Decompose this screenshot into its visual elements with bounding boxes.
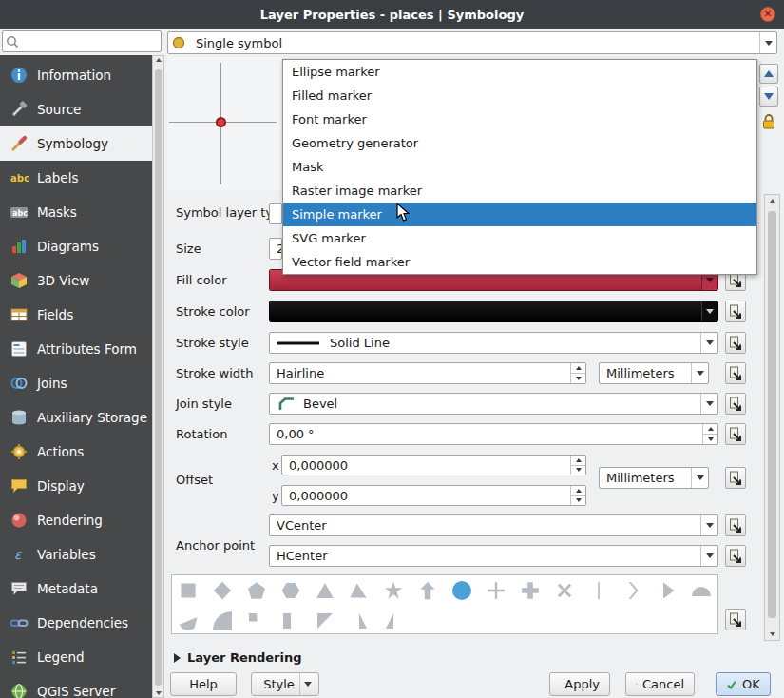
data-defined-override-button[interactable] bbox=[725, 393, 746, 415]
data-defined-override-button[interactable] bbox=[725, 467, 746, 489]
scroll-down-icon[interactable] bbox=[153, 691, 163, 695]
shape-arrow[interactable] bbox=[418, 581, 437, 600]
sidebar-item-masks[interactable]: abc Masks bbox=[0, 195, 152, 229]
sidebar-item-rendering[interactable]: Rendering bbox=[0, 503, 152, 537]
style-menu-arrow[interactable] bbox=[299, 673, 316, 695]
data-defined-override-button[interactable] bbox=[725, 362, 746, 384]
data-defined-override-button[interactable] bbox=[725, 301, 746, 322]
dropdown-item-raster-image-marker[interactable]: Raster image marker bbox=[283, 179, 756, 203]
shape-cross[interactable] bbox=[487, 581, 506, 600]
scroll-up-icon[interactable] bbox=[765, 199, 779, 203]
sidebar-item-source[interactable]: Source bbox=[0, 92, 152, 126]
apply-button[interactable]: Apply bbox=[549, 672, 610, 696]
style-button[interactable]: Style bbox=[251, 672, 319, 696]
join-style-combo[interactable]: Bevel bbox=[269, 393, 718, 415]
dropdown-item-mask[interactable]: Mask bbox=[283, 155, 756, 179]
spin-up-button[interactable] bbox=[703, 424, 717, 434]
data-defined-override-button[interactable] bbox=[725, 514, 746, 536]
offset-x-spin-buttons[interactable] bbox=[570, 456, 585, 475]
renderer-combo[interactable]: Single symbol bbox=[167, 31, 777, 54]
close-button[interactable]: ✕ bbox=[760, 7, 775, 22]
dropdown-item-vector-field-marker[interactable]: Vector field marker bbox=[283, 250, 756, 274]
collapse-arrow-icon[interactable] bbox=[174, 653, 181, 663]
dropdown-item-simple-marker[interactable]: Simple marker bbox=[283, 203, 756, 226]
stroke-width-unit-combo[interactable]: Millimeters bbox=[599, 362, 709, 384]
shape-cross-fill[interactable] bbox=[521, 581, 540, 600]
sidebar-item-metadata[interactable]: Metadata bbox=[0, 572, 152, 606]
sidebar-item-joins[interactable]: Joins bbox=[0, 366, 152, 400]
sidebar-item-display[interactable]: Display bbox=[0, 469, 152, 503]
shape-half-square[interactable] bbox=[281, 611, 300, 630]
properties-search-box[interactable] bbox=[2, 30, 162, 52]
offset-x-spinbox[interactable]: 0,000000 bbox=[281, 455, 586, 475]
shape-circle-selected[interactable] bbox=[452, 581, 471, 600]
spin-up-button[interactable] bbox=[571, 486, 585, 495]
shape-cross2[interactable] bbox=[555, 581, 574, 600]
layer-rendering-section[interactable]: Layer Rendering bbox=[187, 650, 302, 665]
main-scrollbar[interactable] bbox=[764, 194, 780, 641]
lock-icon[interactable] bbox=[760, 113, 777, 130]
shape-left-half-triangle[interactable] bbox=[384, 611, 403, 630]
search-input[interactable] bbox=[22, 33, 161, 49]
sidebar-item-legend[interactable]: Legend bbox=[0, 640, 152, 674]
offset-y-spin-buttons[interactable] bbox=[570, 486, 585, 505]
rotation-spinbox[interactable]: 0,00 ° bbox=[269, 423, 718, 445]
move-layer-up-button[interactable] bbox=[759, 64, 778, 84]
sidebar-item-auxiliary-storage[interactable]: Auxiliary Storage bbox=[0, 400, 152, 435]
dropdown-item-geometry-generator[interactable]: Geometry generator bbox=[283, 131, 756, 155]
shape-diamond[interactable] bbox=[213, 581, 232, 600]
anchor-vertical-combo[interactable]: VCenter bbox=[269, 514, 718, 536]
sidebar-item-qgis-server[interactable]: QGIS Server bbox=[0, 674, 152, 698]
offset-unit-arrow[interactable] bbox=[691, 468, 708, 488]
titlebar[interactable]: Layer Properties - places | Symbology ✕ bbox=[0, 0, 784, 29]
renderer-combo-arrow[interactable] bbox=[759, 32, 776, 53]
shape-arrowhead[interactable] bbox=[623, 581, 642, 600]
shape-equilateral-triangle[interactable] bbox=[350, 581, 369, 600]
shape-star[interactable] bbox=[384, 581, 403, 600]
offset-unit-combo[interactable]: Millimeters bbox=[599, 467, 709, 489]
stroke-width-spin-buttons[interactable] bbox=[570, 363, 585, 383]
shape-third-circle[interactable] bbox=[179, 611, 198, 630]
anchor-horizontal-arrow[interactable] bbox=[700, 546, 717, 566]
scrollbar-thumb[interactable] bbox=[768, 211, 776, 618]
sidebar-item-symbology[interactable]: Symbology bbox=[0, 126, 152, 161]
shape-quarter-square[interactable] bbox=[247, 611, 266, 630]
stroke-style-arrow[interactable] bbox=[700, 333, 717, 353]
spin-up-button[interactable] bbox=[571, 363, 585, 373]
offset-y-spinbox[interactable]: 0,000000 bbox=[281, 485, 586, 506]
dropdown-item-ellipse-marker[interactable]: Ellipse marker bbox=[283, 60, 756, 84]
stroke-color-dropdown-arrow[interactable] bbox=[701, 301, 717, 321]
spin-down-button[interactable] bbox=[703, 434, 717, 444]
sidebar-item-dependencies[interactable]: Dependencies bbox=[0, 606, 152, 640]
shape-filled-arrowhead[interactable] bbox=[658, 581, 677, 600]
shape-line[interactable] bbox=[589, 581, 608, 600]
stroke-width-spinbox[interactable]: Hairline bbox=[269, 362, 586, 384]
move-layer-down-button[interactable] bbox=[759, 87, 778, 107]
spin-down-button[interactable] bbox=[571, 373, 585, 383]
sidebar-item-diagrams[interactable]: Diagrams bbox=[0, 229, 152, 263]
data-defined-override-button[interactable] bbox=[725, 332, 746, 354]
sidebar-item-fields[interactable]: Fields bbox=[0, 298, 152, 332]
anchor-horizontal-combo[interactable]: HCenter bbox=[269, 545, 718, 567]
spin-up-button[interactable] bbox=[571, 456, 585, 465]
shape-pentagon[interactable] bbox=[247, 581, 266, 600]
shape-triangle[interactable] bbox=[316, 581, 335, 600]
scroll-up-icon[interactable] bbox=[153, 58, 163, 62]
stroke-width-unit-arrow[interactable] bbox=[691, 363, 708, 383]
dropdown-item-filled-marker[interactable]: Filled marker bbox=[283, 84, 756, 107]
size-spinbox[interactable]: 2 bbox=[269, 238, 282, 260]
shape-square[interactable] bbox=[179, 581, 198, 600]
sidebar-item-labels[interactable]: abc Labels bbox=[0, 161, 152, 195]
stroke-color-button[interactable] bbox=[269, 301, 718, 322]
sidebar-scrollbar[interactable] bbox=[152, 55, 164, 698]
data-defined-override-button[interactable] bbox=[725, 609, 746, 630]
symbol-layer-type-combo[interactable] bbox=[269, 203, 282, 224]
shape-diagonal-half-square[interactable] bbox=[316, 611, 335, 630]
data-defined-override-button[interactable] bbox=[725, 423, 746, 445]
rotation-spin-buttons[interactable] bbox=[702, 424, 717, 444]
help-button[interactable]: Help bbox=[170, 672, 237, 696]
sidebar-item-actions[interactable]: Actions bbox=[0, 435, 152, 469]
shape-hexagon[interactable] bbox=[281, 581, 300, 600]
stroke-style-combo[interactable]: Solid Line bbox=[269, 332, 718, 354]
sidebar-item-variables[interactable]: ε Variables bbox=[0, 537, 152, 572]
